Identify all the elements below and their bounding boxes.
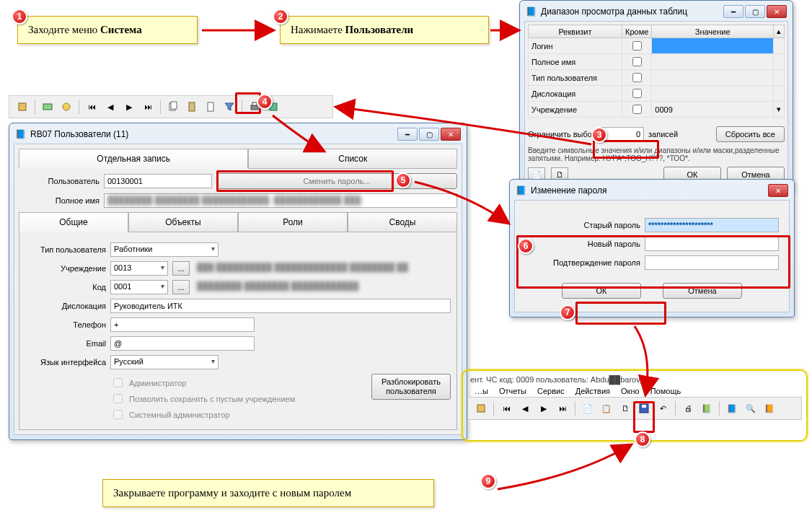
marker-3: 3 [591,127,607,143]
nav-next-icon[interactable]: ▶ [120,99,138,115]
menu-help[interactable]: Помощь [650,387,681,395]
bt-export-icon[interactable]: 📗 [698,400,715,416]
toolbar-icon-2[interactable] [39,99,56,115]
close-button[interactable]: ✕ [768,184,788,197]
bt-copy-icon[interactable]: 📄 [579,400,596,416]
phone-input[interactable] [110,317,255,332]
disloc-label: Дислокация [25,302,106,310]
red-frame-8 [633,401,655,433]
old-pw-input[interactable] [645,218,779,232]
rb07-title: RB07 Пользователи (11) [30,129,128,139]
tab-list[interactable]: Список [248,149,457,169]
minimize-button[interactable]: ━ [397,128,418,141]
cell-chk[interactable] [622,86,652,102]
cell-name: Учреждение [529,102,622,118]
table-row[interactable]: Полное имя [529,54,785,70]
type-combo[interactable]: Работники [110,242,219,257]
menu-reports[interactable]: Отчеты [499,387,526,395]
bt-icon-c[interactable]: 📙 [761,400,778,416]
svg-rect-6 [208,102,213,111]
bt-nav-last[interactable]: ⏭ [554,400,571,416]
cell-chk[interactable] [622,54,652,70]
chk-admin[interactable]: Администратор [110,376,295,390]
bt-icon-a[interactable]: 📘 [723,400,741,416]
toolbar-icon-3[interactable] [58,99,75,115]
nav-last-icon[interactable]: ⏭ [139,99,156,115]
toolbar-icon-1[interactable] [14,99,31,115]
bt-undo-icon[interactable]: ↶ [654,400,671,416]
tab-single-record[interactable]: Отдельная запись [19,149,248,169]
chk-empty-org[interactable]: Позволить сохранять с пустым учреждением [110,392,295,405]
maximize-button[interactable]: ▢ [419,128,439,141]
bt-nav-first[interactable]: ⏮ [498,400,515,416]
unblock-button[interactable]: Разблокировать пользователя [371,374,451,400]
maximize-button[interactable]: ▢ [745,5,765,18]
nav-prev-icon[interactable]: ◀ [102,99,119,115]
table-row[interactable]: Учреждение0009▾ [529,102,785,118]
table-row[interactable]: Логин [529,38,785,54]
lang-combo[interactable]: Русский [110,355,219,369]
cell-chk[interactable] [622,70,652,86]
bt-icon-1[interactable] [472,400,490,416]
menu-actions[interactable]: Действия [575,387,610,395]
menu-service[interactable]: Сервис [537,387,565,395]
cell-val[interactable] [652,54,774,70]
range-dialog-titlebar: 📘 Диапазон просмотра данных таблиц ━ ▢ ✕ [524,5,788,21]
svg-rect-10 [477,405,485,412]
marker-5: 5 [395,172,411,188]
minimize-button[interactable]: ━ [723,5,743,18]
code-combo[interactable]: 0001 [110,280,168,294]
marker-7: 7 [560,304,575,320]
cell-name: Тип пользователя [529,70,622,86]
table-row[interactable]: Тип пользователя [529,70,785,86]
copy-icon[interactable] [164,99,182,115]
rb07-titlebar: 📘 RB07 Пользователи (11) ━ ▢ ✕ [14,128,462,144]
close-button[interactable]: ✕ [767,5,787,18]
new-doc-icon[interactable] [202,99,219,115]
bt-icon-b[interactable]: 🔍 [742,400,759,416]
limit-suffix: записей [648,130,678,139]
reset-button[interactable]: Сбросить все [716,126,785,142]
menu-item-cut[interactable]: …ы [475,387,488,395]
tab-objects[interactable]: Объекты [128,212,238,232]
limit-input[interactable] [601,127,644,141]
cell-chk[interactable] [622,102,652,118]
cell-val[interactable]: 0009 [652,102,774,118]
nav-first-icon[interactable]: ⏮ [83,99,100,115]
step1-callout: Заходите меню Система [17,16,198,44]
disloc-input[interactable] [110,299,451,313]
cell-val[interactable] [652,70,774,86]
cell-val[interactable] [652,86,774,102]
svg-rect-0 [19,103,26,110]
bt-nav-next[interactable]: ▶ [535,400,552,416]
paste-icon[interactable] [183,99,200,115]
phone-label: Телефон [25,320,106,329]
fullname-value: ████████ ████████ ████████████ (████████… [104,193,457,208]
table-row[interactable]: Дислокация [529,86,785,102]
bt-new-icon[interactable]: 🗋 [617,400,634,416]
step1-text-a: Заходите меню [28,24,100,35]
bt-paste-icon[interactable]: 📋 [598,400,615,416]
tab-roles[interactable]: Роли [238,212,348,232]
bt-print-icon[interactable]: 🖨 [679,400,697,416]
cell-dropdown-icon[interactable]: ▾ [774,102,785,118]
close-button[interactable]: ✕ [441,128,461,141]
tab-svody[interactable]: Своды [348,212,457,232]
col-scroll: ▴ [774,25,785,38]
menu-window[interactable]: Окно [621,387,640,395]
cell-chk[interactable] [622,38,652,54]
limit-label: Ограничить выбор [528,130,596,139]
chk-sysadmin[interactable]: Системный администратор [110,408,295,421]
email-input[interactable] [110,336,255,351]
cell-val-selected[interactable] [652,38,774,54]
org-browse-button[interactable]: ... [172,261,190,276]
code-browse-button[interactable]: ... [172,280,190,294]
marker-9: 9 [480,473,496,489]
book-icon: 📘 [516,185,526,196]
bt-nav-prev[interactable]: ◀ [516,400,534,416]
user-input[interactable] [104,174,212,188]
tab-general[interactable]: Общие [19,212,128,232]
org-combo[interactable]: 0013 [110,261,168,276]
step9-text: Закрываете программу и заходите с новым … [113,487,351,499]
step2-text-a: Нажимаете [291,24,345,35]
